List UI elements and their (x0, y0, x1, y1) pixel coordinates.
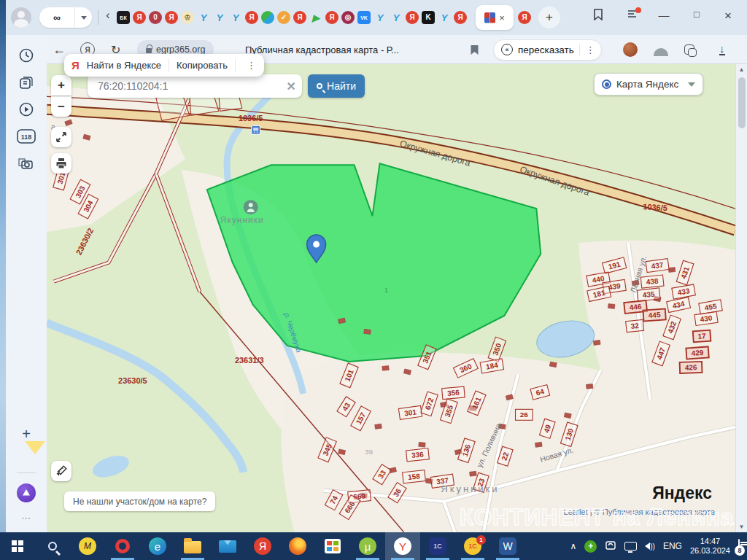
taskbar-app-yandex-browser[interactable]: Y (385, 532, 420, 560)
downloads-button[interactable]: ↓ (719, 35, 725, 64)
parcel-336[interactable]: 336 (406, 448, 430, 462)
zoom-in-button[interactable]: + (51, 75, 71, 96)
tab-favicon[interactable]: ◎ (341, 11, 355, 24)
video-icon[interactable] (18, 101, 35, 118)
bookmark-icon[interactable] (470, 35, 479, 64)
close-window-button[interactable]: × (719, 9, 737, 23)
taskbar-app-store[interactable] (315, 532, 350, 560)
screenshot-icon[interactable] (17, 155, 36, 172)
scrollbar-thumb[interactable] (738, 77, 746, 128)
clock[interactable]: 14:4726.03.2024 (690, 537, 730, 556)
parcel-356[interactable]: 356 (442, 386, 465, 400)
menu-more-icon[interactable]: ⋮ (243, 60, 260, 71)
parcel-438[interactable]: 438 (640, 275, 664, 288)
taskbar-app-utorrent[interactable]: µ (350, 532, 385, 560)
tab-favicon[interactable]: Я (133, 11, 146, 24)
maximize-button[interactable]: □ (688, 9, 705, 20)
network-tray-icon[interactable] (624, 542, 637, 551)
tab-favicon[interactable]: Я (245, 11, 258, 24)
taskbar-app-edge[interactable]: e (140, 532, 175, 560)
parcel-435[interactable]: 435 (637, 288, 660, 301)
tab-favicon[interactable]: ▶ (309, 11, 322, 24)
extension-alice-icon[interactable] (623, 35, 638, 64)
alice-assistant-icon[interactable] (17, 483, 36, 502)
taskbar-app-firefox[interactable] (280, 532, 315, 560)
scroll-up-icon[interactable]: ▲ (736, 66, 747, 73)
parcel-426[interactable]: 426 (680, 362, 703, 373)
search-input[interactable] (88, 80, 280, 92)
menu-item-search-yandex[interactable]: Найти в Яндексе (87, 60, 161, 71)
parcel-26[interactable]: 26 (516, 409, 533, 420)
tab-favicon[interactable]: Я (454, 11, 467, 24)
tray-expand-icon[interactable]: ∧ (570, 541, 576, 551)
active-tab[interactable]: × (476, 5, 514, 30)
parcel-445[interactable]: 445 (643, 308, 665, 321)
close-tab-icon[interactable]: × (499, 12, 505, 23)
parcel-158[interactable]: 158 (403, 470, 426, 483)
tab-favicon[interactable]: Y (213, 11, 226, 24)
taskbar-app-yandex[interactable]: Я (245, 532, 280, 560)
language-indicator[interactable]: ENG (663, 541, 682, 551)
sidebar-more-icon[interactable]: ⋯ (21, 513, 31, 524)
new-tab-button[interactable]: + (538, 7, 560, 28)
tab-favicon[interactable]: Я (325, 11, 338, 24)
taskbar-app-one-c-start[interactable]: 1С1 (455, 532, 490, 560)
tab-favicon[interactable]: Я (406, 11, 419, 24)
tabs-counter-badge[interactable]: 118 (16, 128, 36, 145)
clear-search-icon[interactable]: × (280, 78, 302, 95)
find-button[interactable]: Найти (308, 74, 365, 98)
tab-favicon[interactable]: ♔ (181, 11, 194, 24)
tab-favicon[interactable]: БК (117, 11, 130, 24)
tab-favicon[interactable]: Y (390, 11, 403, 24)
volume-tray-icon[interactable]: )) (645, 542, 655, 551)
news-feed-icon[interactable] (18, 74, 35, 92)
tab-favicon[interactable]: 0 (149, 11, 162, 24)
action-center-icon[interactable]: 8 (738, 540, 740, 553)
map-canvas[interactable]: 3013033041914404391814374314384334354344… (47, 64, 735, 532)
sync-tray-icon[interactable] (605, 540, 616, 553)
tab-favicon[interactable]: Y (438, 11, 451, 24)
taskbar-app-mail[interactable] (210, 532, 245, 560)
retell-button[interactable]: « пересказать ⋮ (493, 35, 602, 64)
tab-favicon[interactable]: Y (197, 11, 210, 24)
extension-adblock-icon[interactable] (654, 35, 668, 64)
layer-select[interactable]: Карта Яндекс (594, 73, 703, 96)
history-icon[interactable] (18, 47, 35, 64)
parcel-17[interactable]: 17 (693, 330, 711, 343)
tab-favicon[interactable]: ✓ (277, 11, 290, 24)
tab-group-pill[interactable]: ∞ (39, 7, 92, 28)
tab-favicon[interactable]: Я (165, 11, 178, 24)
fullscreen-icon[interactable] (51, 127, 71, 147)
minimize-button[interactable]: — (655, 9, 673, 21)
taskbar-app-opera[interactable] (105, 532, 140, 560)
tab-favicon[interactable]: Y (374, 11, 387, 24)
tab-favicon[interactable]: Y (229, 11, 242, 24)
taskbar-app-search[interactable] (35, 532, 70, 560)
parcel-32[interactable]: 32 (626, 319, 644, 332)
tab-favicon[interactable] (261, 11, 274, 24)
tab-favicon[interactable]: K (422, 11, 435, 24)
menu-item-copy[interactable]: Копировать (177, 60, 228, 71)
zoom-out-button[interactable]: − (51, 96, 71, 117)
page-scrollbar[interactable]: ▲ ▼ (735, 64, 747, 532)
parcel-search-box[interactable]: × (88, 74, 302, 98)
taskbar-app-start[interactable] (0, 532, 35, 560)
help-hint[interactable]: Не нашли участок/дом на карте? (64, 491, 215, 511)
chevron-down-icon[interactable] (74, 7, 92, 28)
taskbar-app-explorer[interactable] (175, 532, 210, 560)
bookmarks-panel-icon[interactable] (589, 9, 607, 23)
collections-icon[interactable] (684, 35, 694, 64)
taskbar-app-maxthon[interactable]: M (70, 532, 105, 560)
taskbar-app-one-c[interactable]: 1С (420, 532, 455, 560)
tab-favicon[interactable]: VK (357, 11, 371, 24)
antivirus-tray-icon[interactable]: + (584, 540, 597, 553)
parcel-429[interactable]: 429 (686, 346, 708, 359)
print-icon[interactable] (51, 153, 71, 174)
taskbar-app-word[interactable]: W (490, 532, 525, 560)
profile-avatar[interactable] (11, 7, 31, 28)
scroll-down-icon[interactable]: ▼ (736, 524, 747, 530)
retell-more-icon[interactable]: ⋮ (579, 44, 595, 55)
tab-scroll-back-button[interactable]: ‹ (102, 9, 114, 22)
tab-favicon[interactable]: Я (293, 11, 306, 24)
sidebar-add-button[interactable]: + (22, 426, 31, 443)
